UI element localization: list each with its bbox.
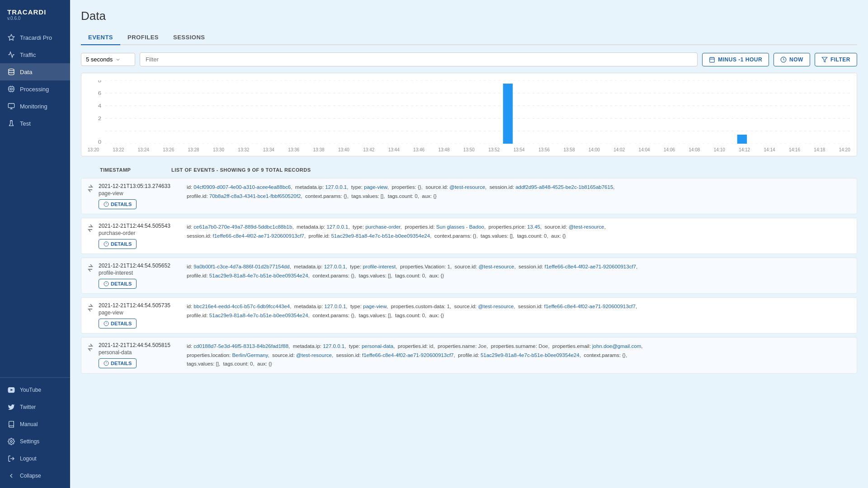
minus-1-hour-button[interactable]: MINUS -1 HOUR: [702, 53, 769, 66]
event-meta: 2021-12-21T12:44:54.505815 personal-data…: [99, 342, 182, 368]
event-timestamp: 2021-12-21T12:44:54.505735: [99, 302, 182, 309]
info-icon: [104, 241, 109, 247]
activity-icon: [7, 51, 15, 59]
sidebar-item-monitoring-label: Monitoring: [20, 103, 47, 110]
page-title: Data: [81, 9, 857, 23]
info-icon: [104, 281, 109, 286]
svg-point-16: [10, 441, 12, 442]
filter-label: FILTER: [830, 56, 850, 63]
info-icon: [104, 202, 109, 207]
svg-marker-0: [8, 34, 14, 40]
tab-bar: EVENTS PROFILES SESSIONS: [81, 30, 857, 45]
svg-rect-3: [10, 88, 12, 90]
cpu-icon: [7, 85, 15, 93]
sidebar-item-traffic[interactable]: Traffic: [0, 46, 70, 63]
event-type: purchase-order: [99, 230, 182, 236]
interval-select[interactable]: 5 seconds: [81, 53, 135, 66]
sidebar-item-monitoring[interactable]: Monitoring: [0, 98, 70, 115]
event-info: id: cd0188d7-5e3d-46f5-8313-84b26fad1f88…: [187, 342, 851, 369]
details-button[interactable]: DETAILS: [99, 319, 137, 328]
info-icon: [104, 361, 109, 366]
brand-name: TRACARDI: [7, 8, 63, 16]
sidebar-item-data-label: Data: [20, 69, 32, 75]
sidebar-nav: Tracardi Pro Traffic Data Processing Mon…: [0, 25, 70, 377]
twitter-icon: [7, 403, 15, 411]
event-type: profile-interest: [99, 270, 182, 276]
main-content: Data EVENTS PROFILES SESSIONS 5 seconds …: [70, 0, 868, 488]
sort-icon: [87, 302, 94, 312]
details-button[interactable]: DETAILS: [99, 279, 137, 289]
details-button[interactable]: DETAILS: [99, 199, 137, 209]
event-info: id: 04cf0909-d007-4e00-a310-acee4ea88bc6…: [187, 183, 851, 201]
svg-rect-36: [737, 135, 747, 144]
now-button[interactable]: NOW: [774, 53, 810, 66]
table-header: TIMESTAMP LIST OF EVENTS - SHOWING 9 OF …: [81, 164, 857, 176]
sidebar-item-youtube-label: YouTube: [20, 387, 41, 393]
event-timestamp: 2021-12-21T12:44:54.505652: [99, 263, 182, 269]
sidebar-logo: TRACARDI v.0.6.0: [0, 0, 70, 25]
svg-text:4: 4: [98, 103, 102, 109]
sidebar: TRACARDI v.0.6.0 Tracardi Pro Traffic Da…: [0, 0, 70, 488]
tab-sessions[interactable]: SESSIONS: [166, 30, 212, 45]
star-icon: [7, 33, 15, 42]
database-icon: [7, 68, 15, 76]
event-type: page-view: [99, 310, 182, 316]
sidebar-item-manual[interactable]: Manual: [0, 416, 70, 433]
filter-icon: [821, 56, 828, 63]
event-timestamp: 2021-12-21T13:05:13.274633: [99, 183, 182, 189]
filter-button[interactable]: FILTER: [815, 53, 857, 66]
event-info: id: 9a0b00f1-c3ce-4d7a-886f-01d2b77154dd…: [187, 263, 851, 280]
sidebar-item-twitter-label: Twitter: [20, 404, 36, 410]
event-meta: 2021-12-21T12:44:54.505735 page-view DET…: [99, 302, 182, 328]
tab-profiles[interactable]: PROFILES: [120, 30, 166, 45]
sidebar-item-twitter[interactable]: Twitter: [0, 399, 70, 416]
svg-point-1: [9, 69, 14, 70]
sidebar-item-tracardi-pro-label: Tracardi Pro: [20, 34, 52, 41]
events-chart: 8 6 4 2 0: [87, 80, 851, 144]
sidebar-item-test[interactable]: Test: [0, 115, 70, 132]
filter-input[interactable]: [140, 52, 698, 66]
sidebar-item-settings[interactable]: Settings: [0, 433, 70, 450]
calendar-icon: [709, 56, 715, 63]
details-button[interactable]: DETAILS: [99, 358, 137, 368]
event-type: page-view: [99, 190, 182, 197]
sidebar-item-processing-label: Processing: [20, 86, 49, 93]
chart-container: 8 6 4 2 0 13:20 13:22 13:24 13:26 13:28 …: [81, 73, 857, 156]
event-meta: 2021-12-21T12:44:54.505543 purchase-orde…: [99, 223, 182, 249]
svg-text:6: 6: [98, 91, 102, 96]
sort-icon: [87, 342, 94, 352]
event-timestamp: 2021-12-21T12:44:54.505543: [99, 223, 182, 229]
svg-rect-12: [8, 103, 14, 108]
sidebar-item-logout-label: Logout: [20, 455, 37, 462]
sidebar-item-test-label: Test: [20, 120, 31, 127]
event-row: 2021-12-21T12:44:54.505815 personal-data…: [81, 337, 857, 374]
sidebar-item-tracardi-pro[interactable]: Tracardi Pro: [0, 29, 70, 46]
svg-rect-2: [9, 87, 14, 92]
details-button[interactable]: DETAILS: [99, 239, 137, 249]
svg-text:2: 2: [98, 116, 101, 122]
settings-icon: [7, 437, 15, 446]
svg-marker-23: [822, 57, 827, 62]
sidebar-item-collapse-label: Collapse: [20, 473, 41, 479]
sidebar-item-settings-label: Settings: [20, 438, 39, 445]
monitor-icon: [7, 102, 15, 110]
tab-events[interactable]: EVENTS: [81, 30, 120, 45]
sort-icon: [87, 183, 94, 193]
sidebar-item-processing[interactable]: Processing: [0, 80, 70, 98]
sort-icon: [87, 223, 94, 233]
svg-rect-35: [503, 84, 513, 144]
event-info: id: ce61a7b0-270e-49a7-889d-5ddbc1c88b1b…: [187, 223, 851, 240]
event-meta: 2021-12-21T13:05:13.274633 page-view DET…: [99, 183, 182, 209]
book-icon: [7, 420, 15, 428]
sidebar-item-collapse[interactable]: Collapse: [0, 467, 70, 484]
sidebar-item-youtube[interactable]: YouTube: [0, 381, 70, 399]
col-header-timestamp: TIMESTAMP: [81, 167, 171, 173]
sidebar-item-data[interactable]: Data: [0, 63, 70, 80]
event-row: 2021-12-21T12:44:54.505652 profile-inter…: [81, 258, 857, 294]
event-row: 2021-12-21T12:44:54.505735 page-view DET…: [81, 297, 857, 333]
sidebar-item-logout[interactable]: Logout: [0, 450, 70, 467]
sidebar-bottom: YouTube Twitter Manual Settings Logout: [0, 377, 70, 488]
svg-rect-18: [710, 57, 715, 62]
svg-text:0: 0: [98, 140, 102, 144]
logout-icon: [7, 455, 15, 463]
